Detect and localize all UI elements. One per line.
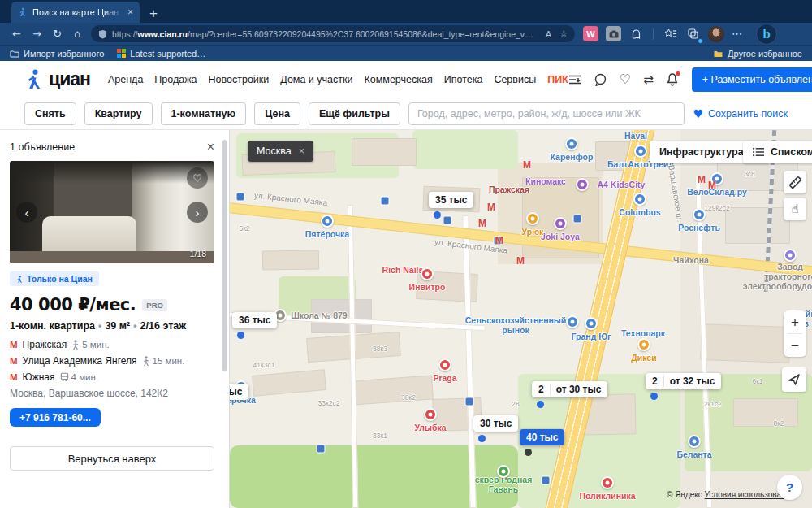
nav-item[interactable]: Продажа (154, 74, 197, 85)
browser-toolbar: ← → ↻ ⌂ https://www.cian.ru/map/?center=… (0, 23, 812, 45)
help-button[interactable]: ? (777, 475, 802, 500)
back-to-top-button[interactable]: Вернуться наверх (10, 446, 214, 471)
photo-favorite-button[interactable]: ♡ (187, 167, 208, 189)
map-price-pin[interactable]: 36 тыс (230, 384, 248, 400)
wikipedia-extension-icon[interactable]: W (583, 26, 598, 41)
geo-search-input[interactable] (408, 102, 685, 125)
listing-price[interactable]: 40 000 ₽/мес. (10, 295, 136, 315)
bus-stop-icon (236, 193, 245, 202)
filter-chip[interactable]: 1-комнатную (161, 102, 247, 125)
home-button[interactable]: ⌂ (67, 28, 88, 40)
pin-count: 2 (538, 384, 551, 395)
zoom-in-button[interactable]: + (784, 310, 806, 333)
saved-searches-icon[interactable] (568, 74, 581, 85)
nav-item[interactable]: Сервисы (494, 74, 536, 85)
bookmark-latest-supported[interactable]: Latest supported… (117, 49, 205, 59)
ruler-tool-button[interactable] (784, 171, 806, 193)
map-poi-label: Улыбка (414, 423, 446, 432)
ghost-extension-icon[interactable] (628, 26, 644, 41)
bookmark-import-favorites[interactable]: Импорт избранного (10, 49, 104, 59)
map-canvas[interactable]: Москва × Инфраструктура Списком ☝ + − (230, 130, 812, 508)
listing-photo[interactable]: ‹ › ♡ 1/18 (10, 161, 214, 263)
map-poi-label: ул. Красного Маяка (253, 191, 327, 208)
poi-icon (554, 217, 567, 230)
poi-icon (585, 317, 598, 330)
metro-row: МПражская 5 мин. (10, 339, 214, 350)
nav-item[interactable]: Дома и участки (280, 74, 352, 85)
filter-chip[interactable]: Квартиру (84, 102, 153, 125)
region-chip[interactable]: Москва × (248, 141, 313, 162)
back-button[interactable]: ← (6, 28, 27, 40)
favorites-heart-icon[interactable]: ♡ (620, 72, 631, 87)
browser-tab[interactable]: Поиск на карте Циан в Моск × (11, 2, 140, 23)
panel-close-icon[interactable]: × (207, 141, 214, 154)
cian-logo[interactable]: циан (24, 68, 90, 90)
bookmark-star-icon[interactable]: ☆ (559, 28, 568, 39)
reader-mode-icon[interactable]: A (546, 29, 551, 39)
url-bar[interactable]: https://www.cian.ru/map/?center=55.60973… (91, 25, 575, 42)
map-price-pin[interactable]: 40 тыс (520, 429, 564, 445)
map-poi-label: Rich Nails (382, 265, 424, 275)
house-number-label: 33к1 (373, 432, 387, 441)
locate-me-button[interactable] (782, 367, 806, 392)
map-poi-label: Чайхона (673, 255, 709, 265)
pin-price: 36 тыс (239, 315, 270, 326)
region-chip-close-icon[interactable]: × (299, 145, 304, 157)
bookmark-other-favorites[interactable]: Другое избранное (713, 49, 802, 59)
reload-button[interactable]: ↻ (47, 28, 67, 40)
compare-icon[interactable]: ⇄ (643, 72, 654, 87)
list-view-button[interactable]: Списком (743, 141, 812, 163)
house-number-label: 6к1 (752, 378, 762, 386)
browser-profile-avatar[interactable] (708, 26, 724, 42)
forward-button[interactable]: → (27, 28, 47, 40)
walk-icon (142, 356, 150, 367)
bus-stop-icon (443, 216, 452, 225)
metro-station[interactable]: Улица Академика Янгеля (23, 355, 137, 367)
metro-marker-icon: М (495, 236, 503, 247)
header-icons: ♡ ⇄ (568, 72, 679, 87)
map-poi-label: Завод тракторного электрооборудования (743, 262, 812, 291)
metro-station[interactable]: Пражская (23, 339, 67, 350)
map-green-area (412, 130, 518, 169)
panel-scrollbar[interactable] (222, 140, 227, 371)
collections-extension-icon[interactable] (685, 26, 701, 41)
folder-outline-icon (10, 50, 19, 58)
nav-item[interactable]: ПИК (547, 74, 568, 85)
phone-button[interactable]: +7 916 781-60... (10, 408, 101, 427)
nav-item[interactable]: Аренда (108, 74, 143, 85)
tab-close-icon[interactable]: × (127, 7, 133, 18)
nav-item[interactable]: Коммерческая (364, 74, 432, 85)
photo-prev-button[interactable]: ‹ (16, 202, 37, 223)
post-listing-button[interactable]: + Разместить объявление (692, 67, 812, 92)
poi-icon (421, 267, 434, 280)
messages-icon[interactable] (594, 73, 607, 86)
map-price-pin[interactable]: 35 тыс (429, 192, 473, 208)
bing-copilot-icon[interactable]: b (756, 24, 777, 45)
map-price-pin[interactable]: 36 тыс (232, 312, 277, 328)
new-tab-button[interactable]: + (149, 7, 158, 20)
map-price-pin[interactable]: 2от 30 тыс (532, 381, 607, 397)
photo-next-button[interactable]: › (187, 202, 208, 223)
hand-tool-button[interactable]: ☝ (784, 198, 806, 220)
metro-m-icon: М (10, 356, 18, 366)
zoom-out-button[interactable]: − (784, 334, 806, 357)
screenshot-extension-icon[interactable] (606, 26, 621, 41)
map-price-pin[interactable]: 2от 32 тыс (646, 373, 721, 389)
notifications-bell-icon[interactable] (666, 72, 679, 86)
pin-price: 36 тыс (230, 386, 242, 397)
microsoft-icon (117, 49, 126, 58)
nav-item[interactable]: Новостройки (209, 74, 270, 85)
metro-station[interactable]: Южная (23, 371, 55, 383)
extension-area: W ⋯ b (583, 24, 777, 45)
overflow-menu-icon[interactable]: ⋯ (732, 28, 742, 40)
metro-time: 15 мин. (142, 356, 185, 367)
map-price-pin[interactable]: 30 тыс (473, 415, 518, 432)
bookmarks-list-icon[interactable] (663, 26, 678, 41)
filter-chip[interactable]: Снять (24, 102, 76, 125)
map-poi-label: Columbus (619, 207, 660, 217)
nav-item[interactable]: Ипотека (444, 74, 483, 85)
save-search-button[interactable]: ♥ Сохранить поиск (693, 107, 788, 120)
sync-badge (698, 38, 703, 44)
filter-chip[interactable]: Ещё фильтры (309, 102, 400, 125)
filter-chip[interactable]: Цена (254, 102, 300, 125)
